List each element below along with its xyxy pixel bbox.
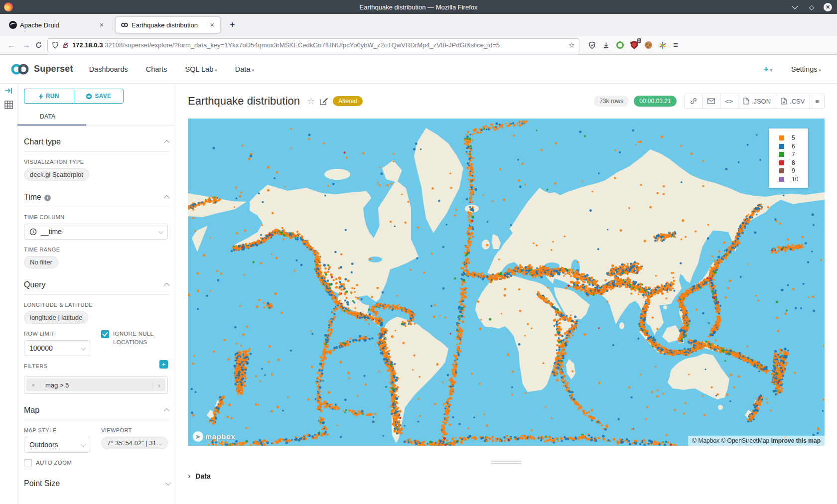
viewport-value[interactable]: 7° 35' 54.02" | 31...: [101, 437, 168, 449]
map-style-label: MAP STYLE: [24, 427, 90, 433]
chevron-right-icon: ›: [188, 472, 190, 481]
filter-item[interactable]: × mag > 5 ›: [26, 378, 165, 391]
mapbox-wordmark: mapbox: [205, 432, 236, 441]
legend-color-swatch: [779, 168, 784, 173]
ignore-null-label: IGNORE NULL LOCATIONS: [113, 330, 165, 347]
chevron-up-icon: [164, 140, 169, 145]
favorite-star-icon[interactable]: ☆: [307, 96, 315, 107]
collapse-panel-icon[interactable]: [4, 87, 12, 95]
section-time-header[interactable]: Timei: [24, 193, 169, 207]
chevron-down-icon: [165, 480, 171, 486]
control-panel: RUN SAVE DATA Chart type VISUALIZATION T…: [17, 84, 175, 504]
legend-label: 8: [792, 159, 795, 166]
viz-type-value[interactable]: deck.gl Scatterplot: [24, 168, 89, 181]
tab-close-icon[interactable]: ×: [98, 21, 106, 29]
deckgl-scatter-map[interactable]: 5 6 7 8 9 10 ➤ mapbox © Mapbox © OpenStr…: [188, 119, 825, 446]
run-button[interactable]: RUN: [24, 89, 74, 104]
window-maximize-icon[interactable]: ◇: [808, 3, 816, 11]
legend-label: 9: [792, 167, 795, 174]
add-filter-button[interactable]: +: [159, 360, 168, 369]
brand-name: Superset: [34, 64, 73, 74]
section-chart-type: Chart type VISUALIZATION TYPE deck.gl Sc…: [24, 137, 168, 181]
tab-apache-druid[interactable]: Apache Druid ×: [4, 16, 110, 33]
section-chart-type-header[interactable]: Chart type: [24, 137, 169, 152]
chevron-down-icon: [81, 442, 86, 447]
embed-code-button[interactable]: <>: [720, 94, 738, 109]
window-titlebar: Earthquake distribution — Mozilla Firefo…: [0, 0, 837, 14]
mapbox-mark-icon: ➤: [193, 431, 203, 442]
ignore-null-checkbox[interactable]: [101, 330, 109, 338]
row-count-badge: 73k rows: [594, 96, 629, 107]
section-time: Timei TIME COLUMN __time TIME RANGE No f…: [24, 193, 168, 268]
export-csv-button[interactable]: .CSV: [776, 94, 810, 109]
nav-dashboards[interactable]: Dashboards: [89, 65, 128, 73]
section-point-size: Point Size: [24, 479, 168, 493]
remove-filter-icon[interactable]: ×: [26, 381, 40, 389]
ublock-badge: 2: [637, 38, 641, 43]
email-share-button[interactable]: [702, 94, 720, 109]
shield-permissions-icon[interactable]: [52, 41, 59, 49]
row-limit-select[interactable]: 100000: [24, 340, 90, 356]
data-expander[interactable]: › Data: [188, 472, 211, 481]
time-range-label: TIME RANGE: [24, 247, 168, 252]
clock-icon: [29, 228, 37, 236]
edit-pencil-icon[interactable]: [320, 97, 328, 105]
nav-data[interactable]: Data▾: [235, 65, 254, 73]
superset-infinity-icon: [10, 63, 30, 76]
window-minimize-icon[interactable]: [792, 5, 800, 9]
viz-type-label: VISUALIZATION TYPE: [24, 159, 168, 165]
nav-charts[interactable]: Charts: [146, 65, 167, 73]
forward-button[interactable]: →: [20, 41, 33, 49]
chevron-up-icon: [164, 195, 169, 201]
permalink-button[interactable]: [685, 94, 702, 109]
auto-zoom-checkbox[interactable]: [24, 459, 32, 467]
superset-logo[interactable]: Superset: [10, 63, 73, 76]
reload-icon[interactable]: [35, 41, 42, 49]
file-x-icon: [781, 98, 787, 105]
addon-green-icon[interactable]: [616, 41, 624, 49]
row-limit-label: ROW LIMIT: [24, 331, 90, 337]
tab-data[interactable]: DATA: [40, 113, 55, 125]
time-range-value[interactable]: No filter: [24, 256, 58, 268]
window-close-icon[interactable]: ✕: [824, 3, 832, 11]
section-query-header[interactable]: Query: [24, 280, 169, 295]
save-button[interactable]: SAVE: [74, 89, 124, 104]
new-tab-button[interactable]: +: [226, 19, 239, 31]
section-map-header[interactable]: Map: [24, 406, 169, 420]
improve-map-link[interactable]: Improve this map: [771, 437, 821, 444]
downloads-icon[interactable]: [602, 41, 610, 49]
mapbox-logo[interactable]: ➤ mapbox: [193, 431, 236, 442]
time-column-select[interactable]: __time: [24, 224, 168, 240]
back-button[interactable]: ←: [5, 41, 18, 49]
results-panel: › Data: [175, 446, 837, 504]
protections-shield-icon[interactable]: [588, 41, 596, 49]
multicolor-addon-icon[interactable]: [659, 41, 667, 49]
chart-menu-button[interactable]: ≡: [810, 94, 824, 109]
map-attribution[interactable]: © Mapbox © OpenStreetMap Improve this ma…: [688, 436, 825, 446]
firefox-menu-icon[interactable]: ≡: [673, 40, 678, 50]
superset-navbar: Superset Dashboards Charts SQL Lab▾ Data…: [0, 55, 837, 84]
insecure-lock-icon[interactable]: [62, 41, 69, 49]
ublock-shield-icon[interactable]: 2: [630, 41, 638, 49]
chevron-right-icon[interactable]: ›: [152, 381, 165, 389]
url-bar[interactable]: 172.18.0.3:32108/superset/explore/?form_…: [47, 38, 579, 52]
time-column-label: TIME COLUMN: [24, 214, 168, 220]
new-item-button[interactable]: +▾: [764, 64, 772, 74]
panel-drag-handle[interactable]: [491, 461, 522, 466]
tab-close-icon[interactable]: ×: [208, 21, 216, 29]
section-map: Map MAP STYLE Outdoors VIEWPORT 7° 35' 5…: [24, 406, 168, 467]
lonlat-value[interactable]: longitude | latitude: [24, 311, 88, 324]
section-point-size-header[interactable]: Point Size: [24, 479, 169, 493]
nav-settings[interactable]: Settings▾: [791, 65, 821, 73]
nav-sql-lab[interactable]: SQL Lab▾: [185, 65, 217, 73]
datasource-grid-icon[interactable]: [4, 101, 13, 109]
export-json-button[interactable]: .JSON: [738, 94, 776, 109]
map-style-select[interactable]: Outdoors: [24, 437, 90, 453]
legend-label: 6: [792, 143, 795, 150]
tab-label: Apache Druid: [20, 21, 95, 29]
bookmark-star-icon[interactable]: ☆: [568, 41, 575, 50]
tab-earthquake-distribution[interactable]: Earthquake distribution ×: [115, 16, 221, 33]
link-icon: [690, 98, 697, 105]
cookie-addon-icon[interactable]: [645, 41, 652, 49]
legend-label: 7: [792, 151, 795, 158]
